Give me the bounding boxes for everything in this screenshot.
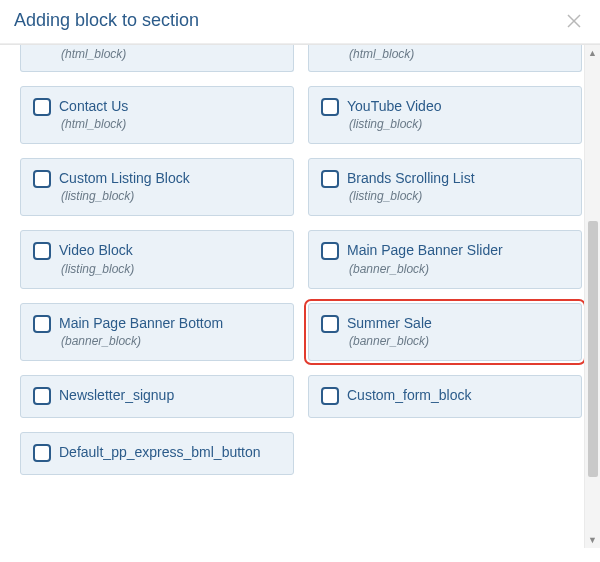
block-text: Newsletter_signup <box>59 386 174 404</box>
block-text: (html_block) <box>59 45 126 61</box>
scroll-down-icon[interactable]: ▼ <box>585 532 600 548</box>
scrollbar[interactable]: ▲ ▼ <box>584 45 600 548</box>
block-type: (listing_block) <box>349 189 475 203</box>
dialog-body: (html_block)(html_block)Contact Us(html_… <box>0 44 600 548</box>
checkbox-icon[interactable] <box>321 98 339 116</box>
block-type: (banner_block) <box>349 262 503 276</box>
checkbox-icon[interactable] <box>33 98 51 116</box>
block-text: Main Page Banner Bottom(banner_block) <box>59 314 223 348</box>
block-type: (listing_block) <box>349 117 441 131</box>
block-card[interactable]: Main Page Banner Bottom(banner_block) <box>20 303 294 361</box>
block-title: Summer Sale <box>347 314 432 332</box>
block-type: (listing_block) <box>61 262 134 276</box>
block-card[interactable]: Main Page Banner Slider(banner_block) <box>308 230 582 288</box>
block-card[interactable]: Contact Us(html_block) <box>20 86 294 144</box>
block-title: Custom Listing Block <box>59 169 190 187</box>
block-text: Summer Sale(banner_block) <box>347 314 432 348</box>
block-card[interactable]: YouTube Video(listing_block) <box>308 86 582 144</box>
block-title: Video Block <box>59 241 134 259</box>
block-text: Contact Us(html_block) <box>59 97 128 131</box>
block-list-scroll: (html_block)(html_block)Contact Us(html_… <box>0 45 584 548</box>
block-text: Main Page Banner Slider(banner_block) <box>347 241 503 275</box>
checkbox-icon[interactable] <box>321 387 339 405</box>
block-title: YouTube Video <box>347 97 441 115</box>
block-title: Main Page Banner Bottom <box>59 314 223 332</box>
block-card[interactable]: Newsletter_signup <box>20 375 294 418</box>
block-type: (html_block) <box>61 117 128 131</box>
block-type: (listing_block) <box>61 189 190 203</box>
block-text: Brands Scrolling List(listing_block) <box>347 169 475 203</box>
block-type: (html_block) <box>349 47 414 61</box>
block-title: Newsletter_signup <box>59 386 174 404</box>
block-card[interactable]: Summer Sale(banner_block) <box>308 303 582 361</box>
block-type: (html_block) <box>61 47 126 61</box>
block-card[interactable]: Custom Listing Block(listing_block) <box>20 158 294 216</box>
block-text: YouTube Video(listing_block) <box>347 97 441 131</box>
block-type: (banner_block) <box>349 334 432 348</box>
block-type: (banner_block) <box>61 334 223 348</box>
block-card[interactable]: (html_block) <box>20 45 294 72</box>
block-title: Custom_form_block <box>347 386 472 404</box>
checkbox-icon[interactable] <box>33 242 51 260</box>
block-card[interactable]: Default_pp_express_bml_button <box>20 432 294 475</box>
dialog-header: Adding block to section <box>0 0 600 44</box>
checkbox-icon[interactable] <box>321 242 339 260</box>
block-text: Default_pp_express_bml_button <box>59 443 261 461</box>
checkbox-icon[interactable] <box>33 387 51 405</box>
dialog-title: Adding block to section <box>14 10 199 31</box>
checkbox-icon[interactable] <box>321 170 339 188</box>
block-card[interactable]: Video Block(listing_block) <box>20 230 294 288</box>
checkbox-icon[interactable] <box>321 315 339 333</box>
block-text: (html_block) <box>347 45 414 61</box>
block-title: Default_pp_express_bml_button <box>59 443 261 461</box>
scrollbar-thumb[interactable] <box>588 221 598 477</box>
block-card[interactable]: (html_block) <box>308 45 582 72</box>
block-text: Custom Listing Block(listing_block) <box>59 169 190 203</box>
block-text: Custom_form_block <box>347 386 472 404</box>
checkbox-icon[interactable] <box>33 170 51 188</box>
block-text: Video Block(listing_block) <box>59 241 134 275</box>
block-card[interactable]: Custom_form_block <box>308 375 582 418</box>
block-title: Brands Scrolling List <box>347 169 475 187</box>
block-card[interactable]: Brands Scrolling List(listing_block) <box>308 158 582 216</box>
checkbox-icon[interactable] <box>33 315 51 333</box>
checkbox-icon[interactable] <box>33 444 51 462</box>
block-title: Contact Us <box>59 97 128 115</box>
block-grid: (html_block)(html_block)Contact Us(html_… <box>20 45 582 475</box>
block-title: Main Page Banner Slider <box>347 241 503 259</box>
scroll-up-icon[interactable]: ▲ <box>585 45 600 61</box>
close-icon[interactable] <box>566 13 582 29</box>
